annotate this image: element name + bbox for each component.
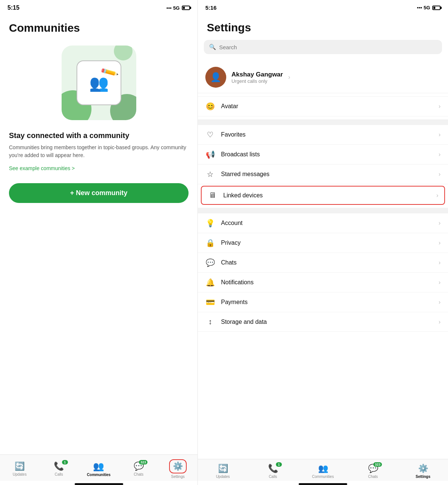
starred-chevron: ›	[439, 171, 441, 178]
chats-settings-icon: 💬	[205, 258, 215, 267]
right-panel: 5:16 ▪▪▪ 5G Settings 🔍 👤 Akshay Gangwar …	[198, 0, 448, 485]
nav-item-calls-right[interactable]: 📞 1 Calls	[262, 464, 284, 479]
settings-section-account: 💡 Account › 🔒 Privacy › 💬 Chats › 🔔 Noti…	[198, 213, 448, 332]
settings-row-linked-devices[interactable]: 🖥 Linked devices ›	[201, 186, 445, 205]
right-battery-icon	[432, 6, 441, 10]
privacy-label: Privacy	[221, 240, 433, 246]
avatar-icon: 😊	[205, 102, 215, 111]
network-type: 5G	[173, 5, 180, 11]
settings-content: Settings 🔍 👤 Akshay Gangwar Urgent calls…	[198, 14, 448, 459]
right-bottom-nav: 🔄 Updates 📞 1 Calls 👥 Communities 💬 323 …	[198, 459, 448, 481]
payments-icon: 💳	[205, 298, 215, 307]
nav-item-communities-right[interactable]: 👥 Communities	[312, 464, 334, 479]
settings-row-payments[interactable]: 💳 Payments ›	[198, 292, 448, 312]
favorites-chevron: ›	[439, 131, 441, 138]
settings-row-avatar[interactable]: 😊 Avatar ›	[198, 96, 448, 116]
home-indicator-left	[75, 483, 123, 485]
nav-item-chats-right[interactable]: 💬 323 Chats	[362, 464, 384, 479]
linked-devices-chevron: ›	[436, 192, 438, 199]
storage-icon: ↕	[205, 317, 215, 326]
right-signal-icon: ▪▪▪	[417, 5, 422, 10]
calls-badge: 1	[62, 460, 68, 464]
notifications-label: Notifications	[221, 279, 433, 286]
home-indicator-right	[299, 483, 347, 485]
favorites-icon: ♡	[205, 130, 215, 139]
settings-section-chats: ♡ Favorites › 📢 Broadcast lists › ☆ Star…	[198, 125, 448, 205]
right-status-icons: ▪▪▪ 5G	[417, 5, 441, 10]
avatar-initials: 👤	[210, 72, 221, 82]
account-chevron: ›	[439, 220, 441, 226]
battery-icon	[182, 6, 190, 10]
starred-icon: ☆	[205, 170, 215, 179]
illus-center-box: 👥 ✏️	[77, 60, 121, 105]
search-input[interactable]	[219, 44, 437, 50]
chats-settings-chevron: ›	[439, 259, 441, 266]
profile-info: Akshay Gangwar Urgent calls only	[231, 71, 283, 84]
settings-icon-left: ⚙️	[173, 461, 183, 471]
example-communities-link[interactable]: See example communities >	[9, 165, 75, 171]
nav-item-calls-left[interactable]: 📞 1 Calls	[48, 461, 70, 476]
settings-row-chats[interactable]: 💬 Chats ›	[198, 253, 448, 273]
settings-row-broadcast[interactable]: 📢 Broadcast lists ›	[198, 145, 448, 165]
settings-selected-box: ⚙️	[169, 459, 187, 473]
nav-item-chats-left[interactable]: 💬 323 Chats	[127, 461, 150, 476]
left-time: 5:15	[7, 4, 19, 11]
settings-row-notifications[interactable]: 🔔 Notifications ›	[198, 273, 448, 292]
nav-item-communities-left[interactable]: 👥 Communities	[87, 461, 111, 477]
left-content: Communities 👥 ✏️ Stay connected with a c…	[0, 14, 197, 454]
right-status-bar: 5:16 ▪▪▪ 5G	[198, 0, 448, 14]
section-gap-2	[198, 208, 448, 213]
community-desc: Communities bring members together in to…	[9, 144, 189, 159]
storage-chevron: ›	[439, 319, 441, 325]
updates-icon: 🔄	[15, 461, 25, 471]
nav-item-settings-right[interactable]: ⚙️ Settings	[412, 464, 434, 479]
privacy-chevron: ›	[439, 240, 441, 246]
settings-row-starred[interactable]: ☆ Starred messages ›	[198, 165, 448, 184]
payments-chevron: ›	[439, 299, 441, 306]
settings-row-account[interactable]: 💡 Account ›	[198, 213, 448, 233]
page-title: Communities	[9, 22, 80, 34]
right-time: 5:16	[205, 4, 217, 11]
account-icon: 💡	[205, 219, 215, 228]
community-headline: Stay connected with a community	[9, 131, 129, 140]
avatar-label: Avatar	[221, 103, 433, 110]
left-bottom-nav: 🔄 Updates 📞 1 Calls 👥 Communities 💬 323 …	[0, 454, 197, 481]
community-illustration: 👥 ✏️	[62, 46, 136, 120]
new-community-button[interactable]: + New community	[9, 183, 189, 203]
account-label: Account	[221, 220, 433, 226]
section-gap-1	[198, 119, 448, 125]
settings-row-storage[interactable]: ↕ Storage and data ›	[198, 312, 448, 332]
broadcast-label: Broadcast lists	[221, 151, 433, 158]
linked-devices-label: Linked devices	[223, 192, 430, 199]
privacy-icon: 🔒	[205, 238, 215, 247]
profile-name: Akshay Gangwar	[231, 71, 283, 78]
nav-item-settings-left[interactable]: ⚙️ Settings	[167, 459, 189, 479]
favorites-label: Favorites	[221, 131, 433, 138]
broadcast-icon: 📢	[205, 150, 215, 159]
right-settings-icon: ⚙️	[418, 464, 428, 473]
communities-icon: 👥	[93, 461, 104, 472]
linked-devices-icon: 🖥	[208, 191, 217, 200]
profile-row[interactable]: 👤 Akshay Gangwar Urgent calls only ›	[198, 62, 448, 93]
settings-row-favorites[interactable]: ♡ Favorites ›	[198, 125, 448, 145]
search-icon: 🔍	[209, 44, 216, 50]
settings-title: Settings	[198, 14, 448, 40]
broadcast-chevron: ›	[439, 151, 441, 158]
right-communities-icon: 👥	[318, 464, 328, 473]
profile-chevron: ›	[288, 74, 290, 81]
right-network-type: 5G	[424, 5, 430, 10]
nav-item-updates-right[interactable]: 🔄 Updates	[212, 464, 234, 479]
settings-row-privacy[interactable]: 🔒 Privacy ›	[198, 233, 448, 253]
starred-label: Starred messages	[221, 171, 433, 178]
search-bar[interactable]: 🔍	[204, 40, 442, 54]
illus-circle-tr	[114, 46, 133, 60]
left-status-bar: 5:15 ▪▪▪ 5G	[0, 0, 197, 14]
notifications-icon: 🔔	[205, 278, 215, 287]
avatar-chevron: ›	[439, 103, 441, 110]
chats-settings-label: Chats	[221, 259, 433, 266]
storage-label: Storage and data	[221, 319, 433, 325]
settings-section-avatar: 😊 Avatar ›	[198, 96, 448, 116]
nav-item-updates-left[interactable]: 🔄 Updates	[9, 461, 31, 476]
right-updates-icon: 🔄	[218, 464, 228, 473]
left-panel: 5:15 ▪▪▪ 5G Communities 👥 ✏️ Stay connec…	[0, 0, 198, 485]
